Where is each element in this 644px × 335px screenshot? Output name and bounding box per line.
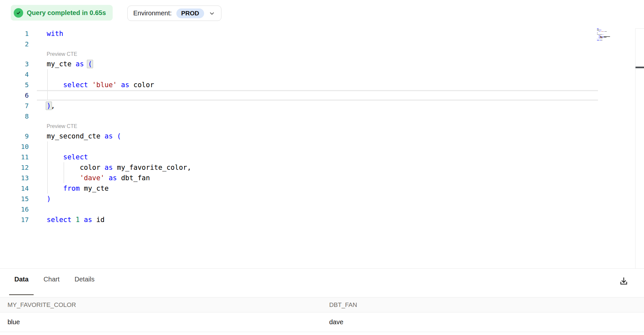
column-header-my-favorite-color: MY_FAVORITE_COLOR [0, 301, 322, 309]
line-number: 2 [0, 39, 29, 49]
code-lines: 1with2Preview CTE3my_cte as (45 select '… [0, 28, 644, 225]
scrollbar-thumb[interactable] [636, 67, 644, 68]
line-number: 16 [0, 204, 29, 215]
column-header-dbt-fan: DBT_FAN [322, 301, 644, 309]
tab-chart[interactable]: Chart [38, 276, 65, 295]
code-line[interactable]: 12 color as my_favorite_color, [0, 162, 644, 173]
line-number: 9 [0, 131, 29, 141]
code-line[interactable]: 7), [0, 101, 644, 111]
code-line[interactable]: 13 'dave' as dbt_fan [0, 173, 644, 183]
tab-data[interactable]: Data [9, 276, 34, 295]
code-line[interactable]: 4 [0, 69, 644, 80]
editor-scroll-gutter[interactable] [635, 28, 644, 268]
line-number: 5 [0, 80, 29, 90]
results-table-header: MY_FAVORITE_COLOR DBT_FAN [0, 297, 644, 312]
line-number: 1 [0, 28, 29, 39]
chevron-down-icon [209, 10, 215, 17]
code-line[interactable]: 9my_second_cte as ( [0, 131, 644, 141]
results-panel: Data Chart Details MY_FAVORITE_COLOR DBT… [0, 268, 644, 335]
line-number: 14 [0, 183, 29, 194]
code-line[interactable]: 5 select 'blue' as color [0, 80, 644, 90]
line-number: 17 [0, 215, 29, 225]
query-status-text: Query completed in 0.65s [27, 9, 106, 17]
line-number: 12 [0, 162, 29, 173]
line-number: 13 [0, 173, 29, 183]
code-line[interactable]: 10 [0, 141, 644, 152]
check-circle-icon [14, 8, 23, 18]
environment-selector[interactable]: Environment: PROD [127, 6, 221, 21]
line-number: 10 [0, 141, 29, 152]
line-number: 15 [0, 194, 29, 204]
code-line[interactable]: 14 from my_cte [0, 183, 644, 194]
preview-cte-codelens[interactable]: Preview CTE [37, 121, 598, 131]
line-number: 3 [0, 59, 29, 69]
code-line[interactable]: 1with [0, 28, 644, 39]
code-line[interactable]: 11 select [0, 152, 644, 162]
preview-cte-codelens[interactable]: Preview CTE [37, 49, 598, 59]
code-line[interactable]: 6 [0, 90, 644, 101]
line-number: 4 [0, 69, 29, 80]
line-number: 8 [0, 111, 29, 121]
code-line[interactable]: 3my_cte as ( [0, 59, 644, 69]
download-results-button[interactable] [619, 276, 629, 287]
line-number: 11 [0, 152, 29, 162]
top-bar: Query completed in 0.65s Environment: PR… [0, 0, 644, 28]
code-line[interactable]: 8 [0, 111, 644, 121]
tab-details[interactable]: Details [69, 276, 100, 295]
minimap[interactable] [597, 28, 614, 40]
query-status-badge: Query completed in 0.65s [11, 5, 113, 21]
line-number: 7 [0, 101, 29, 111]
code-line[interactable]: 16 [0, 204, 644, 215]
results-tabs: Data Chart Details [0, 269, 644, 295]
environment-value-badge: PROD [176, 8, 204, 18]
download-icon [619, 277, 629, 286]
cell-my-favorite-color: blue [0, 318, 322, 326]
code-editor[interactable]: 1with2Preview CTE3my_cte as (45 select '… [0, 28, 644, 268]
line-number: 6 [0, 90, 29, 101]
environment-label: Environment: [133, 9, 172, 17]
table-row: blue dave [0, 312, 644, 332]
cell-dbt-fan: dave [322, 318, 644, 326]
code-line[interactable]: 15) [0, 194, 644, 204]
code-line[interactable]: 17select 1 as id [0, 215, 644, 225]
code-line[interactable]: 2 [0, 39, 644, 49]
